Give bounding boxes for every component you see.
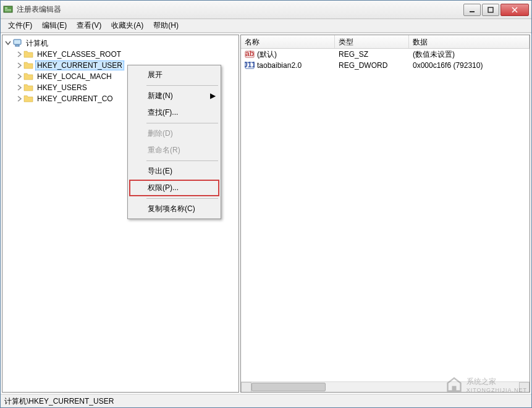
separator bbox=[146, 123, 218, 123]
svg-rect-1 bbox=[5, 7, 7, 9]
header-data[interactable]: 数据 bbox=[409, 35, 530, 48]
expander-icon[interactable] bbox=[15, 50, 23, 59]
list-body[interactable]: ab(默认)REG_SZ(数值未设置)011taobaibian2.0REG_D… bbox=[241, 49, 530, 381]
ctx-permissions[interactable]: 权限(P)... bbox=[129, 180, 219, 196]
minimize-icon bbox=[469, 7, 475, 13]
ctx-delete: 删除(D) bbox=[129, 125, 219, 142]
close-button[interactable] bbox=[500, 4, 529, 16]
close-icon bbox=[512, 7, 518, 13]
list-row[interactable]: ab(默认)REG_SZ(数值未设置) bbox=[241, 49, 530, 60]
separator bbox=[146, 198, 218, 199]
svg-rect-6 bbox=[14, 40, 21, 44]
expander-icon[interactable] bbox=[15, 83, 23, 92]
context-menu: 展开 新建(N) ▶ 查找(F)... 删除(D) 重命名(R) 导出(E) 权… bbox=[127, 65, 221, 219]
string-value-icon: ab bbox=[245, 49, 255, 59]
titlebar: 注册表编辑器 bbox=[1, 1, 531, 19]
scroll-left-button[interactable] bbox=[241, 382, 251, 393]
cell-data: 0x000c16f6 (792310) bbox=[409, 60, 520, 70]
ctx-rename: 重命名(R) bbox=[129, 142, 219, 159]
expander-icon[interactable] bbox=[4, 39, 12, 48]
svg-rect-12 bbox=[452, 386, 456, 391]
statusbar: 计算机\HKEY_CURRENT_USER bbox=[1, 394, 531, 407]
content-area: 计算机 HKEY_CLASSES_ROOTHKEY_CURRENT_USERHK… bbox=[1, 33, 531, 394]
separator bbox=[146, 85, 218, 86]
list-row[interactable]: 011taobaibian2.0REG_DWORD0x000c16f6 (792… bbox=[241, 60, 530, 71]
maximize-button[interactable] bbox=[482, 4, 499, 16]
list-header: 名称 类型 数据 bbox=[241, 35, 530, 49]
svg-text:011: 011 bbox=[245, 60, 255, 69]
menubar: 文件(F) 编辑(E) 查看(V) 收藏夹(A) 帮助(H) bbox=[1, 19, 531, 33]
folder-icon bbox=[23, 94, 33, 104]
svg-text:ab: ab bbox=[245, 49, 254, 58]
svg-rect-2 bbox=[5, 9, 11, 10]
svg-rect-3 bbox=[5, 10, 11, 11]
ctx-find[interactable]: 查找(F)... bbox=[129, 104, 219, 121]
svg-rect-5 bbox=[488, 7, 493, 12]
expander-icon[interactable] bbox=[15, 72, 23, 81]
window-title: 注册表编辑器 bbox=[17, 4, 463, 15]
tree-label[interactable]: HKEY_CURRENT_CO bbox=[35, 94, 115, 104]
cell-name: ab(默认) bbox=[241, 49, 335, 60]
svg-rect-7 bbox=[15, 45, 19, 46]
menu-edit[interactable]: 编辑(E) bbox=[37, 19, 72, 32]
ctx-expand[interactable]: 展开 bbox=[129, 67, 219, 83]
value-name: (默认) bbox=[257, 49, 277, 60]
window-controls bbox=[463, 4, 529, 16]
folder-icon bbox=[23, 49, 33, 59]
ctx-copy-key-name[interactable]: 复制项名称(C) bbox=[129, 201, 219, 217]
ctx-new[interactable]: 新建(N) ▶ bbox=[129, 88, 219, 104]
watermark: 系统之家 XITONGZHIJIA.NET bbox=[445, 376, 527, 393]
tree-node-hkey-classes-root[interactable]: HKEY_CLASSES_ROOT bbox=[15, 49, 237, 60]
binary-value-icon: 011 bbox=[245, 60, 255, 70]
tree-label[interactable]: HKEY_USERS bbox=[35, 83, 89, 93]
separator bbox=[146, 160, 218, 161]
folder-icon bbox=[23, 72, 33, 81]
ctx-export[interactable]: 导出(E) bbox=[129, 163, 219, 180]
header-name[interactable]: 名称 bbox=[241, 35, 335, 48]
menu-view[interactable]: 查看(V) bbox=[72, 19, 106, 32]
app-icon bbox=[3, 5, 13, 15]
cell-name: 011taobaibian2.0 bbox=[241, 60, 335, 71]
status-path: 计算机\HKEY_CURRENT_USER bbox=[4, 397, 114, 406]
value-name: taobaibian2.0 bbox=[257, 61, 302, 70]
tree-label[interactable]: HKEY_CURRENT_USER bbox=[35, 60, 124, 70]
cell-data: (数值未设置) bbox=[409, 49, 520, 60]
cell-type: REG_SZ bbox=[335, 49, 409, 59]
menu-help[interactable]: 帮助(H) bbox=[148, 19, 184, 32]
svg-rect-4 bbox=[470, 11, 475, 12]
values-pane: 名称 类型 数据 ab(默认)REG_SZ(数值未设置)011taobaibia… bbox=[240, 35, 530, 393]
folder-icon bbox=[23, 60, 33, 70]
computer-icon bbox=[12, 38, 22, 48]
tree-label[interactable]: HKEY_LOCAL_MACH bbox=[35, 72, 114, 81]
menu-file[interactable]: 文件(F) bbox=[3, 19, 37, 32]
tree-root-label[interactable]: 计算机 bbox=[24, 38, 50, 49]
ctx-new-label: 新建(N) bbox=[148, 91, 173, 100]
scroll-thumb[interactable] bbox=[251, 383, 326, 391]
menu-favorites[interactable]: 收藏夹(A) bbox=[106, 19, 148, 32]
registry-editor-window: 注册表编辑器 文件(F) 编辑(E) 查看(V) 收藏夹(A) 帮助(H) bbox=[0, 0, 532, 408]
tree-label[interactable]: HKEY_CLASSES_ROOT bbox=[35, 49, 123, 59]
watermark-icon bbox=[445, 376, 463, 393]
submenu-arrow-icon: ▶ bbox=[210, 91, 216, 100]
maximize-icon bbox=[488, 7, 494, 13]
header-type[interactable]: 类型 bbox=[335, 35, 409, 48]
tree-root-node[interactable]: 计算机 bbox=[4, 38, 237, 49]
watermark-sub: XITONGZHIJIA.NET bbox=[467, 387, 527, 393]
expander-icon[interactable] bbox=[15, 61, 23, 70]
folder-icon bbox=[23, 83, 33, 93]
watermark-main: 系统之家 bbox=[467, 377, 527, 387]
expander-icon[interactable] bbox=[15, 94, 23, 103]
minimize-button[interactable] bbox=[463, 4, 481, 16]
cell-type: REG_DWORD bbox=[335, 60, 409, 70]
